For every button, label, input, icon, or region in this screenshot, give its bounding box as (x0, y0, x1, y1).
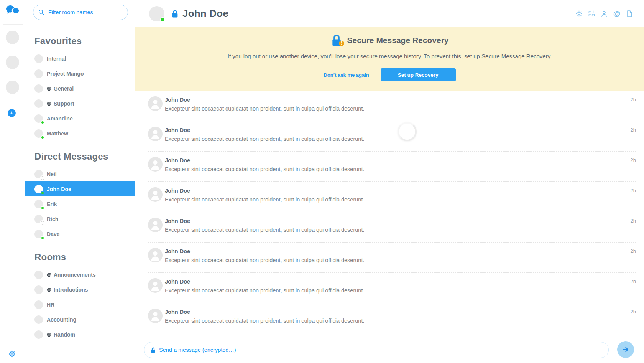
message-input-pill[interactable] (144, 342, 609, 358)
message-timestamp: 2h (631, 127, 636, 133)
message-row[interactable]: John Doe Excepteur sint occaecat cupidat… (148, 152, 636, 182)
search-icon (38, 9, 44, 15)
room-item-rich[interactable]: Rich (25, 211, 135, 226)
section-list: Announcements Introductions HR (25, 267, 135, 342)
room-item-project-mango[interactable]: Project Mango (25, 66, 135, 81)
banner-actions: Don’t ask me again Set up Recovery (324, 68, 455, 81)
warning-badge: ! (339, 41, 344, 46)
message-row[interactable]: John Doe Excepteur sint occaecat cupidat… (148, 243, 636, 273)
user-avatar-icon (148, 309, 163, 323)
room-item-random[interactable]: Random (25, 327, 135, 342)
room-label: Amandine (47, 116, 73, 122)
rail-room-avatar[interactable] (6, 56, 19, 69)
room-item-neil[interactable]: Neil (25, 167, 135, 182)
integrations-icon[interactable] (588, 10, 595, 18)
message-text: Excepteur sint occaecat cupidatat non pr… (165, 106, 636, 112)
room-avatar (34, 185, 43, 193)
members-icon[interactable] (600, 10, 608, 18)
dont-ask-again-link[interactable]: Don’t ask me again (324, 72, 369, 78)
room-item-introductions[interactable]: Introductions (25, 282, 135, 297)
message-row[interactable]: John Doe Excepteur sint occaecat cupidat… (148, 91, 636, 121)
room-list-panel: Favourites Internal Project Mango (25, 0, 135, 363)
room-item-john-doe[interactable]: John Doe (25, 182, 135, 196)
room-avatar (34, 315, 43, 324)
room-item-hr[interactable]: HR (25, 297, 135, 312)
encrypted-lock-icon (151, 347, 156, 353)
main-area: John Doe (135, 0, 644, 363)
message-text: Excepteur sint occaecat cupidatat non pr… (165, 257, 636, 263)
create-room-button[interactable]: + (8, 109, 16, 117)
room-item-general[interactable]: General (25, 81, 135, 96)
room-label: Random (54, 332, 75, 338)
encrypted-lock-icon (171, 10, 179, 18)
message-timestamp: 2h (631, 248, 636, 254)
message-row[interactable]: John Doe Excepteur sint occaecat cupidat… (148, 273, 636, 303)
filter-room-names-input[interactable] (48, 9, 117, 15)
message-sender: John Doe (165, 188, 636, 194)
message-timestamp: 2h (631, 157, 636, 163)
message-row[interactable]: John Doe Excepteur sint occaecat cupidat… (148, 182, 636, 212)
presence-dot (41, 206, 44, 210)
presence-dot (41, 236, 44, 240)
section-list: Neil John Doe Erik Rich Dave (25, 167, 135, 241)
rail-room-avatar[interactable] (6, 81, 19, 94)
room-item-amandine[interactable]: Amandine (25, 111, 135, 126)
room-item-erik[interactable]: Erik (25, 196, 135, 211)
room-item-matthew[interactable]: Matthew (25, 126, 135, 141)
room-item-support[interactable]: Support (25, 96, 135, 111)
message-text: Excepteur sint occaecat cupidatat non pr… (165, 287, 636, 294)
room-label: Introductions (54, 287, 88, 293)
secure-recovery-banner: ! Secure Message Recovery If you log out… (135, 27, 644, 91)
room-sections: Favourites Internal Project Mango (25, 25, 135, 342)
room-avatar (34, 69, 43, 78)
room-avatar (34, 99, 43, 108)
room-item-accounting[interactable]: Accounting (25, 312, 135, 327)
message-row[interactable]: John Doe Excepteur sint occaecat cupidat… (148, 212, 636, 243)
presence-dot (41, 135, 44, 139)
set-up-recovery-button[interactable]: Set up Recovery (381, 68, 456, 81)
message-timestamp: 2h (631, 97, 636, 102)
room-item-dave[interactable]: Dave (25, 226, 135, 241)
room-avatar (34, 54, 43, 63)
room-avatar (34, 271, 43, 279)
settings-gear-icon[interactable] (8, 350, 16, 358)
send-button[interactable] (617, 341, 634, 358)
message-sender: John Doe (165, 97, 636, 103)
room-avatar (34, 84, 43, 93)
chat-header: John Doe (135, 0, 644, 27)
room-avatar (34, 215, 43, 223)
message-row[interactable]: John Doe Excepteur sint occaecat cupidat… (148, 303, 636, 333)
room-label: Neil (47, 171, 57, 177)
globe-icon (47, 101, 51, 106)
room-label: Internal (47, 56, 66, 62)
send-arrow-icon (621, 345, 630, 354)
globe-icon (47, 86, 51, 91)
section-title: Favourites (34, 36, 135, 46)
room-filter[interactable] (33, 5, 128, 20)
files-icon[interactable] (626, 10, 633, 18)
room-label: Announcements (54, 272, 96, 278)
chat-app: + Favourites (0, 0, 644, 363)
message-input[interactable] (159, 347, 608, 353)
rail-room-avatar[interactable] (6, 31, 19, 44)
room-avatar (34, 230, 43, 238)
settings-icon[interactable] (575, 10, 583, 18)
room-item-announcements[interactable]: Announcements (25, 267, 135, 282)
presence-dot (41, 221, 44, 225)
room-label: Erik (47, 201, 57, 207)
message-row[interactable]: John Doe Excepteur sint occaecat cupidat… (148, 121, 636, 152)
room-header-avatar[interactable] (149, 6, 164, 21)
room-avatar (34, 300, 43, 309)
composer (135, 337, 644, 363)
room-label: Accounting (47, 317, 76, 323)
mentions-icon[interactable]: @ (613, 10, 621, 18)
app-logo-icon[interactable] (5, 4, 21, 18)
room-avatar (34, 330, 43, 339)
room-label: HR (47, 302, 54, 308)
section-title: Direct Messages (34, 151, 135, 162)
room-item-internal[interactable]: Internal (25, 51, 135, 66)
message-sender: John Doe (165, 309, 636, 315)
presence-dot (41, 191, 44, 195)
banner-title: Secure Message Recovery (347, 36, 449, 45)
message-text: Excepteur sint occaecat cupidatat non pr… (165, 166, 636, 172)
